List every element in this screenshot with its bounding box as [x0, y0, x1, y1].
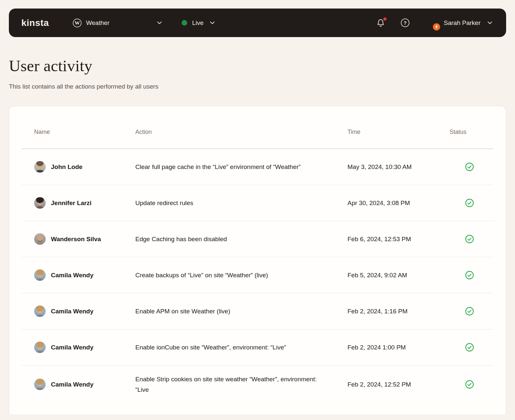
table-row: Jennifer Larzi Update redirect rules Apr…	[22, 185, 493, 221]
notifications-bell-icon[interactable]	[376, 18, 385, 28]
name-cell: Camila Wendy	[34, 269, 135, 281]
column-header-status: Status	[450, 129, 493, 136]
avatar	[34, 305, 46, 317]
avatar	[34, 161, 46, 173]
row-name: Camila Wendy	[51, 381, 94, 388]
unread-notification-dot	[383, 17, 387, 21]
avatar	[34, 342, 46, 353]
user-activity-card: Name Action Time Status John Lode Clear …	[9, 106, 506, 414]
site-selector-dropdown[interactable]: W Weather	[73, 18, 163, 28]
avatar	[34, 379, 46, 390]
user-menu-dropdown[interactable]: Sarah Parker	[425, 16, 494, 30]
environment-selector-dropdown[interactable]: Live	[182, 19, 216, 27]
column-header-action: Action	[135, 129, 347, 136]
status-cell	[450, 199, 493, 207]
top-navbar: kinsta W Weather Live ?	[9, 9, 506, 37]
status-success-icon	[465, 199, 474, 207]
row-time: May 3, 2024, 10:30 AM	[347, 163, 450, 171]
user-name: Sarah Parker	[444, 19, 481, 27]
row-name: Camila Wendy	[51, 344, 94, 351]
lightning-badge-icon	[433, 23, 440, 31]
name-cell: Wanderson Silva	[34, 233, 135, 245]
status-success-icon	[465, 380, 474, 389]
name-cell: Camila Wendy	[34, 342, 135, 353]
row-time: Feb 2, 2024, 1:16 PM	[347, 308, 450, 315]
row-action: Update redirect rules	[135, 198, 347, 208]
environment-label: Live	[192, 19, 204, 27]
main-content: User activity This list contains all the…	[9, 58, 506, 414]
row-name: Wanderson Silva	[51, 236, 101, 243]
row-name: Jennifer Larzi	[51, 200, 92, 207]
table-row: Camila Wendy Enable Strip cookies on sit…	[22, 366, 493, 404]
name-cell: John Lode	[34, 161, 135, 173]
status-cell	[450, 380, 493, 389]
avatar	[34, 269, 46, 281]
table-body: John Lode Clear full page cache in the “…	[9, 149, 506, 404]
row-time: Apr 30, 2024, 3:08 PM	[347, 200, 450, 207]
name-cell: Camila Wendy	[34, 379, 135, 390]
row-name: John Lode	[51, 163, 82, 171]
row-name: Camila Wendy	[51, 308, 94, 315]
row-name: Camila Wendy	[51, 272, 94, 279]
status-cell	[450, 235, 493, 243]
status-success-icon	[465, 271, 474, 280]
status-success-icon	[465, 235, 474, 243]
status-cell	[450, 162, 493, 171]
avatar	[34, 233, 46, 245]
status-success-icon	[465, 162, 474, 171]
status-cell	[450, 271, 493, 280]
chevron-down-icon	[209, 19, 216, 27]
chevron-down-icon	[486, 19, 494, 27]
live-status-dot	[182, 20, 187, 26]
status-success-icon	[465, 343, 474, 352]
page-title: User activity	[9, 58, 506, 74]
row-time: Feb 5, 2024, 9:02 AM	[347, 272, 450, 279]
site-selector-label: Weather	[86, 19, 109, 27]
row-action: Enable ionCube on site “Weather”, enviro…	[135, 342, 347, 353]
status-cell	[450, 343, 493, 352]
table-row: Wanderson Silva Edge Caching has been di…	[22, 221, 493, 257]
row-action: Create backups of “Live” on site “Weathe…	[135, 270, 347, 281]
name-cell: Camila Wendy	[34, 305, 135, 317]
user-avatar	[425, 16, 438, 30]
row-action: Clear full page cache in the “Live” envi…	[135, 162, 347, 172]
screen: kinsta W Weather Live ?	[0, 0, 515, 420]
svg-text:W: W	[75, 20, 80, 26]
row-time: Feb 6, 2024, 12:53 PM	[347, 236, 450, 243]
table-row: Camila Wendy Enable APM on site Weather …	[22, 293, 493, 329]
chevron-down-icon	[156, 19, 163, 27]
help-icon[interactable]: ?	[400, 18, 410, 28]
column-header-name: Name	[34, 129, 135, 136]
status-success-icon	[465, 307, 474, 316]
row-action: Enable APM on site Weather (live)	[135, 306, 347, 317]
row-time: Feb 2, 2024 1:00 PM	[347, 344, 450, 351]
wordpress-icon: W	[73, 18, 82, 28]
status-cell	[450, 307, 493, 316]
row-time: Feb 2, 2024, 12:52 PM	[347, 381, 450, 388]
kinsta-logo[interactable]: kinsta	[21, 18, 49, 28]
row-action: Edge Caching has been disabled	[135, 234, 347, 244]
column-header-time: Time	[347, 129, 450, 136]
page-subtitle: This list contains all the actions perfo…	[9, 83, 506, 90]
name-cell: Jennifer Larzi	[34, 197, 135, 209]
table-row: John Lode Clear full page cache in the “…	[22, 149, 493, 185]
svg-text:?: ?	[404, 20, 407, 26]
table-row: Camila Wendy Create backups of “Live” on…	[22, 257, 493, 293]
table-header-row: Name Action Time Status	[22, 106, 493, 149]
table-row: Camila Wendy Enable ionCube on site “Wea…	[22, 329, 493, 366]
row-action: Enable Strip cookies on site site weathe…	[135, 374, 347, 395]
avatar	[34, 197, 46, 209]
navbar-right-group: ? Sarah Parker	[376, 16, 494, 30]
